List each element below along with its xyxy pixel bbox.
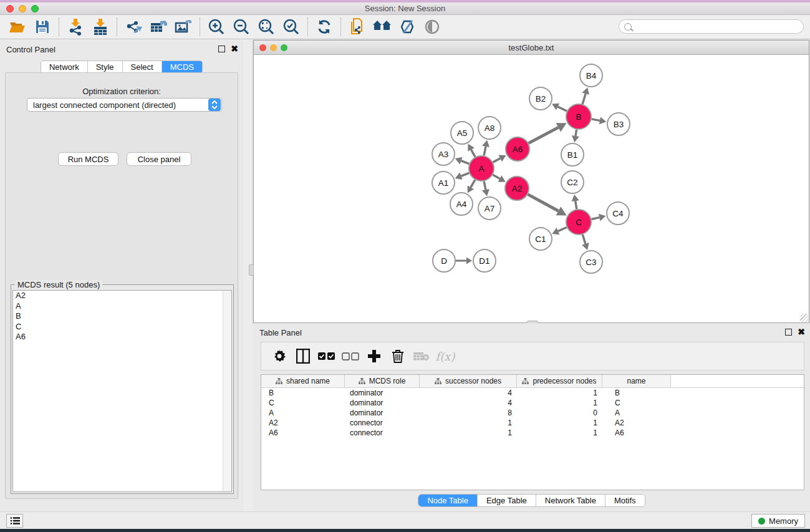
cell-successor-nodes[interactable]: 4 [420,389,517,397]
graph-node-B2[interactable]: B2 [529,87,552,110]
zoom-in-button[interactable] [204,17,229,37]
import-table-button[interactable] [88,17,113,37]
cell-shared-name[interactable]: A6 [261,428,345,437]
float-panel-icon[interactable] [785,329,792,336]
table-row[interactable]: Cdominator41C [261,398,804,408]
graph-node-A5[interactable]: A5 [451,122,473,144]
save-session-button[interactable] [30,17,55,37]
refresh-button[interactable] [312,17,337,37]
network-canvas[interactable]: AA1A2A3A4A5A6A7A8BB1B2B3B4CC1C2C3C4DD1 [254,55,809,322]
tab-mcds[interactable]: MCDS [162,61,202,73]
show-graphics-details-button[interactable] [420,17,445,37]
graph-node-D[interactable]: D [433,249,455,272]
criterion-dropdown[interactable]: largest connected component (directed) [27,98,222,112]
search-field[interactable] [619,19,804,34]
zoom-out-button[interactable] [229,17,254,37]
select-all-button[interactable] [315,346,339,367]
import-network-button[interactable] [63,17,88,37]
cell-name[interactable]: A [602,409,671,417]
memory-button[interactable]: Memory [751,514,805,528]
graph-node-C4[interactable]: C4 [607,202,629,225]
close-panel-icon[interactable]: ✖ [798,329,805,336]
zoom-selected-button[interactable] [279,17,304,37]
column-header-predecessor-nodes[interactable]: predecessor nodes [517,375,602,387]
deselect-all-button[interactable] [339,346,362,367]
delete-table-button[interactable] [410,346,433,367]
cell-predecessor-nodes[interactable]: 1 [517,389,602,397]
split-divider-handle[interactable] [249,264,254,276]
toggle-panels-button[interactable] [291,346,315,367]
column-header-shared-name[interactable]: shared name [261,375,345,387]
graph-node-C[interactable]: C [566,210,591,235]
cell-successor-nodes[interactable]: 8 [420,409,517,417]
open-session-button[interactable] [5,17,30,37]
column-header-successor-nodes[interactable]: successor nodes [420,375,517,387]
network-graph[interactable]: AA1A2A3A4A5A6A7A8BB1B2B3B4CC1C2C3C4DD1 [254,55,809,322]
float-panel-icon[interactable] [218,46,225,52]
cell-shared-name[interactable]: A [261,409,345,417]
tab-select[interactable]: Select [123,61,162,73]
cell-successor-nodes[interactable]: 1 [420,428,517,437]
cell-name[interactable]: C [602,399,671,407]
close-panel-button[interactable]: Close panel [127,152,191,166]
cell-name[interactable]: A2 [602,418,671,427]
node-table[interactable]: shared nameMCDS rolesuccessor nodesprede… [261,374,804,490]
tab-edge-table[interactable]: Edge Table [478,495,536,506]
result-item[interactable]: A2 [13,291,231,301]
cell-shared-name[interactable]: C [261,399,345,407]
table-row[interactable]: A6connector11A6 [261,428,804,438]
tab-motifs[interactable]: Motifs [605,495,645,506]
graph-node-B4[interactable]: B4 [580,64,602,87]
graph-node-A8[interactable]: A8 [478,117,501,139]
cell-shared-name[interactable]: B [261,389,345,397]
graph-node-B[interactable]: B [566,104,591,129]
table-row[interactable]: A2connector11A2 [261,418,804,428]
cell-predecessor-nodes[interactable]: 0 [517,409,602,417]
graph-node-C2[interactable]: C2 [561,171,584,193]
function-builder-button[interactable]: f(x) [433,346,457,367]
tab-node-table[interactable]: Node Table [418,495,478,506]
cell-name[interactable]: B [602,389,671,397]
result-item[interactable]: A6 [13,332,231,342]
graph-node-A7[interactable]: A7 [478,197,501,220]
cell-name[interactable]: A6 [602,428,671,437]
export-network-button[interactable] [121,17,146,37]
graph-node-A1[interactable]: A1 [432,172,455,194]
graph-node-C1[interactable]: C1 [529,228,552,250]
graph-node-A4[interactable]: A4 [450,193,473,215]
task-history-button[interactable] [6,514,23,528]
mcds-result-list[interactable]: A2ABCA6 [12,290,232,492]
table-row[interactable]: Adominator80A [261,408,804,418]
graph-node-A[interactable]: A [469,156,494,181]
cell-MCDS-role[interactable]: dominator [345,389,420,397]
tab-style[interactable]: Style [88,61,123,73]
cell-MCDS-role[interactable]: dominator [345,409,420,417]
cell-successor-nodes[interactable]: 4 [420,399,517,407]
resize-grip[interactable] [800,314,808,322]
column-header-MCDS-role[interactable]: MCDS role [345,375,420,387]
export-table-button[interactable] [146,17,171,37]
result-item[interactable]: A [13,301,231,312]
copy-network-button[interactable] [345,17,370,37]
cell-MCDS-role[interactable]: connector [345,418,420,427]
zoom-fit-button[interactable] [254,17,279,37]
table-row[interactable]: Bdominator41B [261,388,804,398]
cell-predecessor-nodes[interactable]: 1 [517,418,602,427]
graph-node-A6[interactable]: A6 [506,137,529,161]
result-item[interactable]: C [13,322,231,332]
graph-node-D1[interactable]: D1 [473,249,496,272]
tab-network-table[interactable]: Network Table [536,495,605,506]
delete-column-button[interactable] [386,346,410,367]
network-window-titlebar[interactable]: testGlobe.txt [254,41,809,55]
hide-labels-button[interactable] [395,17,420,37]
graph-node-B3[interactable]: B3 [607,113,630,135]
cell-MCDS-role[interactable]: connector [345,428,420,437]
graph-node-A3[interactable]: A3 [432,143,455,165]
cell-predecessor-nodes[interactable]: 1 [517,428,602,437]
cell-predecessor-nodes[interactable]: 1 [517,399,602,407]
run-mcds-button[interactable]: Run MCDS [58,152,118,166]
export-image-button[interactable] [171,17,196,37]
search-input[interactable] [635,22,803,31]
scrollbar[interactable] [223,291,231,491]
column-header-name[interactable]: name [602,375,671,387]
